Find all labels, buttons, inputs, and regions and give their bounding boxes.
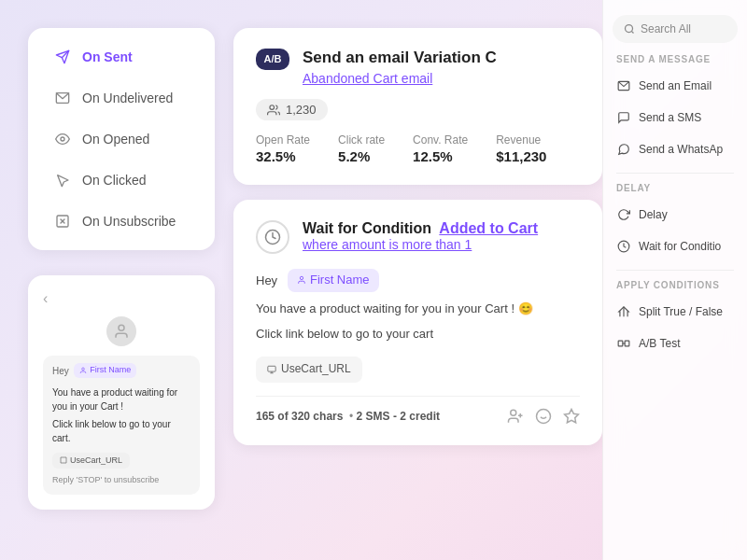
condition-link[interactable]: Added to Cart bbox=[439, 220, 538, 236]
sms-preview-card: ‹ Hey First Name You have a product wait… bbox=[28, 275, 215, 510]
search-bar[interactable]: Search All bbox=[613, 15, 738, 43]
left-sidebar: On Sent On Undelivered On Opened On Clic… bbox=[28, 28, 215, 250]
add-person-icon[interactable] bbox=[507, 408, 524, 425]
preview-body1: You have a product waiting for you in yo… bbox=[52, 385, 190, 413]
unsubscribe-icon bbox=[54, 213, 71, 230]
sidebar-item-on-unsubscribe[interactable]: On Unsubscribe bbox=[35, 202, 207, 241]
section-delay: DELAY bbox=[603, 183, 747, 193]
ab-badge: A/B bbox=[256, 49, 289, 70]
sidebar-item-label: On Sent bbox=[82, 49, 133, 64]
svg-point-3 bbox=[61, 137, 64, 141]
wait-clock-icon bbox=[616, 239, 631, 254]
svg-point-22 bbox=[626, 25, 633, 33]
panel-item-wait-condition[interactable]: Wait for Conditio bbox=[603, 231, 747, 262]
stat-conv-rate: Conv. Rate 12.5% bbox=[413, 133, 468, 164]
name-tag-large: First Name bbox=[288, 269, 379, 292]
panel-item-label: A/B Test bbox=[639, 337, 680, 350]
card-footer: 165 of 320 chars • 2 SMS - 2 credit bbox=[256, 396, 580, 425]
panel-item-send-whatsapp[interactable]: Send a WhatsAp bbox=[603, 133, 747, 165]
svg-point-18 bbox=[537, 409, 551, 423]
footer-chars: 165 of 320 chars • 2 SMS - 2 credit bbox=[256, 410, 440, 423]
email-variation-card: A/B Send an email Variation C Abandoned … bbox=[233, 28, 602, 185]
panel-item-delay[interactable]: Delay bbox=[603, 199, 747, 231]
panel-item-label: Split True / False bbox=[639, 305, 723, 318]
preview-body2: Click link below to go to your cart. bbox=[52, 417, 190, 445]
panel-item-send-email[interactable]: Send an Email bbox=[603, 70, 747, 102]
condition-sub: where amount is more than 1 bbox=[303, 237, 538, 252]
preview-url-tag: UseCart_URL bbox=[52, 453, 130, 469]
svg-line-23 bbox=[631, 31, 633, 33]
delay-icon bbox=[616, 207, 631, 222]
svg-point-8 bbox=[82, 368, 85, 371]
split-icon bbox=[616, 304, 631, 319]
whatsapp-icon bbox=[616, 142, 631, 157]
main-content: A/B Send an email Variation C Abandoned … bbox=[233, 28, 602, 445]
panel-item-label: Send a WhatsAp bbox=[639, 143, 723, 156]
email-icon bbox=[616, 78, 631, 93]
search-placeholder: Search All bbox=[641, 22, 691, 35]
avatar bbox=[106, 316, 136, 346]
sidebar-item-on-clicked[interactable]: On Clicked bbox=[35, 161, 207, 200]
panel-item-ab-test[interactable]: A/B Test bbox=[603, 328, 747, 359]
svg-point-7 bbox=[119, 325, 124, 330]
sms-icon bbox=[616, 110, 631, 125]
url-tag-large: UseCart_URL bbox=[256, 357, 362, 382]
divider-1 bbox=[616, 173, 734, 174]
name-tag: First Name bbox=[74, 363, 136, 378]
right-panel: Search All SEND A MESSAGE Send an Email … bbox=[602, 0, 747, 560]
svg-point-15 bbox=[511, 410, 516, 415]
send-icon bbox=[54, 49, 71, 65]
sidebar-item-label: On Unsubscribe bbox=[82, 214, 176, 229]
email-body: Hey First Name You have a product waitin… bbox=[256, 269, 580, 383]
condition-title: Wait for Condition Added to Cart bbox=[303, 220, 538, 237]
card-header: A/B Send an email Variation C Abandoned … bbox=[256, 49, 580, 86]
divider-2 bbox=[616, 270, 734, 271]
stat-open-rate: Open Rate 32.5% bbox=[256, 133, 310, 164]
clock-icon bbox=[256, 220, 289, 254]
eye-icon bbox=[54, 131, 71, 147]
svg-marker-21 bbox=[565, 409, 579, 422]
panel-item-label: Send a SMS bbox=[639, 111, 701, 124]
section-send-message: SEND A MESSAGE bbox=[603, 54, 747, 64]
sidebar-item-on-undelivered[interactable]: On Undelivered bbox=[35, 78, 207, 118]
email-body2: Click link below to go to your cart bbox=[256, 325, 580, 344]
panel-item-label: Delay bbox=[639, 208, 668, 221]
stat-click-rate: Click rate 5.2% bbox=[338, 133, 385, 164]
email-body1: You have a product waiting for you in yo… bbox=[256, 300, 580, 319]
svg-rect-12 bbox=[268, 366, 275, 371]
sms-preview-bubble: Hey First Name You have a product waitin… bbox=[43, 356, 200, 495]
svg-point-11 bbox=[300, 277, 303, 280]
subscribers-count: 1,230 bbox=[286, 103, 317, 117]
stat-revenue: Revenue $11,230 bbox=[496, 133, 546, 164]
condition-header: Wait for Condition Added to Cart where a… bbox=[256, 220, 580, 254]
ab-test-icon bbox=[616, 336, 631, 351]
sidebar-item-on-sent[interactable]: On Sent bbox=[35, 37, 207, 77]
panel-item-label: Send an Email bbox=[639, 79, 712, 92]
subscribers-badge: 1,230 bbox=[256, 99, 328, 120]
panel-item-split[interactable]: Split True / False bbox=[603, 296, 747, 328]
section-conditions: APPLY CONDITIONS bbox=[603, 280, 747, 290]
stats-row: Open Rate 32.5% Click rate 5.2% Conv. Ra… bbox=[256, 133, 580, 164]
svg-rect-27 bbox=[618, 341, 623, 346]
sidebar-item-on-opened[interactable]: On Opened bbox=[35, 119, 207, 159]
svg-rect-28 bbox=[625, 341, 629, 346]
cursor-icon bbox=[54, 172, 71, 189]
undelivered-icon bbox=[54, 90, 71, 106]
sidebar-item-label: On Clicked bbox=[82, 173, 146, 188]
panel-item-label: Wait for Conditio bbox=[639, 240, 721, 253]
back-button[interactable]: ‹ bbox=[43, 290, 200, 307]
search-icon bbox=[624, 23, 635, 35]
sidebar-item-label: On Opened bbox=[82, 132, 149, 147]
card-subtitle[interactable]: Abandoned Cart email bbox=[303, 71, 497, 86]
preview-reply: Reply 'STOP' to unsubscribe bbox=[52, 474, 190, 487]
panel-item-send-sms[interactable]: Send a SMS bbox=[603, 102, 747, 133]
svg-point-9 bbox=[270, 105, 275, 109]
ai-icon[interactable] bbox=[563, 408, 580, 425]
footer-icons bbox=[507, 408, 580, 425]
emoji-icon[interactable] bbox=[535, 408, 552, 425]
wait-condition-card: Wait for Condition Added to Cart where a… bbox=[233, 200, 602, 445]
sidebar-item-label: On Undelivered bbox=[82, 91, 173, 105]
card-title: Send an email Variation C bbox=[303, 49, 497, 67]
